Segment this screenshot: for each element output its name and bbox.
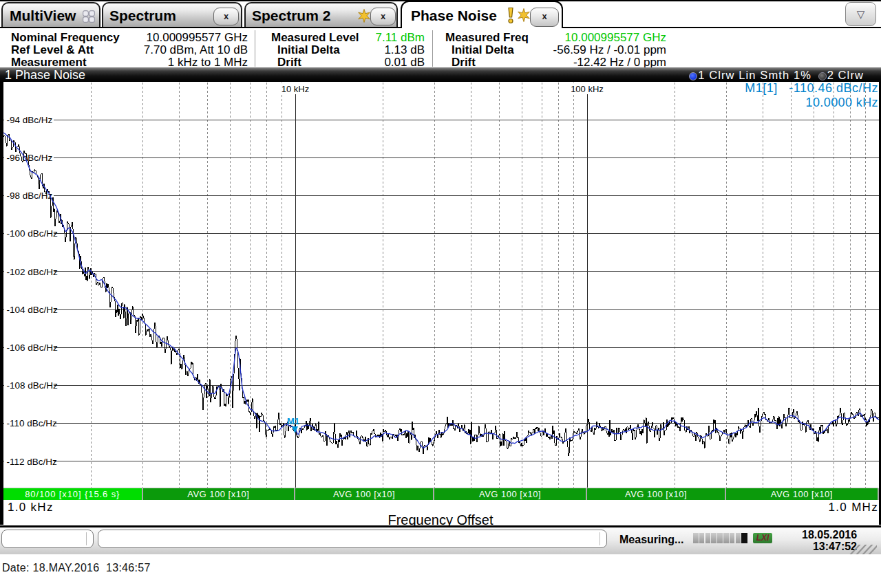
- svg-text:100 kHz: 100 kHz: [571, 84, 604, 94]
- svg-text:-96 dBc/Hz: -96 dBc/Hz: [7, 153, 53, 163]
- svg-text:-110 dBc/Hz: -110 dBc/Hz: [7, 418, 58, 428]
- svg-text:M1: M1: [287, 416, 299, 426]
- svg-text:-112 dBc/Hz: -112 dBc/Hz: [7, 457, 58, 467]
- svg-text:10.0000 kHz: 10.0000 kHz: [806, 96, 878, 109]
- svg-text:M1[1] -110.46 dBc/Hz: M1[1] -110.46 dBc/Hz: [745, 82, 878, 95]
- svg-text:-106 dBc/Hz: -106 dBc/Hz: [7, 342, 59, 353]
- svg-text:-100 dBc/Hz: -100 dBc/Hz: [7, 228, 59, 239]
- svg-text:-98 dBc/Hz: -98 dBc/Hz: [7, 190, 53, 201]
- svg-text:10 kHz: 10 kHz: [282, 84, 309, 94]
- svg-text:-102 dBc/Hz: -102 dBc/Hz: [7, 267, 59, 277]
- svg-text:-108 dBc/Hz: -108 dBc/Hz: [7, 380, 59, 391]
- svg-text:-104 dBc/Hz: -104 dBc/Hz: [7, 305, 59, 315]
- svg-text:-94 dBc/Hz: -94 dBc/Hz: [7, 115, 53, 125]
